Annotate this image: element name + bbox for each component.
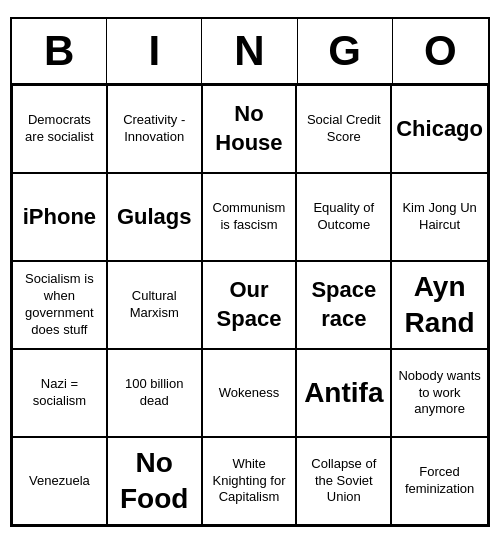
bingo-cell-7: Communism is fascism [202, 173, 297, 261]
bingo-card: BINGO Democrats are socialistCreativity … [10, 17, 490, 527]
bingo-cell-10: Socialism is when government does stuff [12, 261, 107, 349]
bingo-letter-i: I [107, 19, 202, 83]
bingo-cell-3: Social Credit Score [296, 85, 391, 173]
bingo-cell-21: No Food [107, 437, 202, 525]
bingo-cell-15: Nazi = socialism [12, 349, 107, 437]
bingo-cell-19: Nobody wants to work anymore [391, 349, 488, 437]
bingo-cell-16: 100 billion dead [107, 349, 202, 437]
bingo-cell-2: No House [202, 85, 297, 173]
bingo-cell-22: White Knighting for Capitalism [202, 437, 297, 525]
bingo-cell-0: Democrats are socialist [12, 85, 107, 173]
bingo-letter-b: B [12, 19, 107, 83]
bingo-cell-17: Wokeness [202, 349, 297, 437]
bingo-cell-13: Space race [296, 261, 391, 349]
bingo-cell-12: Our Space [202, 261, 297, 349]
bingo-letter-n: N [202, 19, 297, 83]
bingo-cell-11: Cultural Marxism [107, 261, 202, 349]
bingo-cell-4: Chicago [391, 85, 488, 173]
bingo-cell-1: Creativity - Innovation [107, 85, 202, 173]
bingo-cell-23: Collapse of the Soviet Union [296, 437, 391, 525]
bingo-cell-9: Kim Jong Un Haircut [391, 173, 488, 261]
bingo-letter-o: O [393, 19, 488, 83]
bingo-cell-18: Antifa [296, 349, 391, 437]
bingo-cell-20: Venezuela [12, 437, 107, 525]
bingo-cell-6: Gulags [107, 173, 202, 261]
bingo-cell-14: Ayn Rand [391, 261, 488, 349]
bingo-cell-8: Equality of Outcome [296, 173, 391, 261]
bingo-grid: Democrats are socialistCreativity - Inno… [12, 85, 488, 525]
bingo-cell-24: Forced feminization [391, 437, 488, 525]
bingo-header: BINGO [12, 19, 488, 85]
bingo-cell-5: iPhone [12, 173, 107, 261]
bingo-letter-g: G [298, 19, 393, 83]
